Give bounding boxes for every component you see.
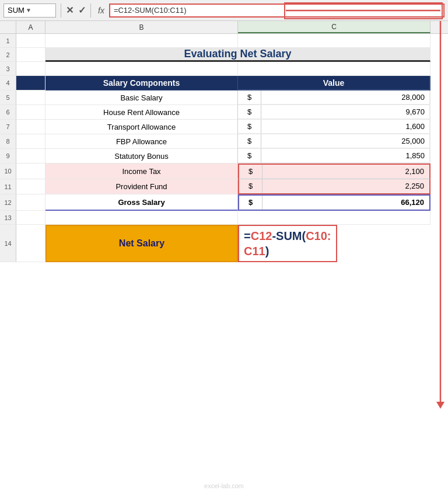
name-box-arrow-icon[interactable]: ▼: [26, 7, 32, 13]
cell-a1[interactable]: [16, 34, 46, 48]
net-salary-formula: =C12-SUM(C10:: [244, 228, 331, 243]
col-header-c: C: [238, 21, 430, 33]
net-salary-formula-line2: C11): [244, 243, 331, 259]
dollar-fbp: $: [238, 134, 261, 148]
row-num-6: 6: [0, 105, 16, 120]
amount-fbp: 25,000: [261, 134, 430, 148]
cell-a9[interactable]: [16, 149, 46, 163]
cancel-icon[interactable]: ✕: [66, 5, 74, 16]
header-components: Salary Components: [46, 76, 238, 91]
net-salary-label: Net Salary: [46, 225, 238, 262]
label-gross-salary[interactable]: Gross Salary: [46, 194, 238, 211]
cell-a7[interactable]: [16, 120, 46, 134]
header-value-cell: Value: [238, 76, 430, 91]
cell-a12[interactable]: [16, 194, 46, 211]
row-7: 7 Transport Allowance $ 1,600: [0, 120, 448, 134]
row-num-5: 5: [0, 91, 16, 105]
label-provident-fund[interactable]: Provident Fund: [46, 179, 238, 194]
formula-icons: ✕ ✓: [66, 5, 86, 16]
cell-b3[interactable]: [46, 62, 238, 76]
row-5: 5 Basic Salary $ 28,000: [0, 91, 448, 105]
svg-marker-3: [436, 402, 444, 409]
label-transport[interactable]: Transport Allowance: [46, 120, 238, 134]
dollar-income-tax: $: [239, 165, 262, 179]
value-provident-fund[interactable]: $ 2,250: [238, 179, 430, 194]
row-10: 10 Income Tax $ 2,100: [0, 163, 448, 179]
row-num-10: 10: [0, 163, 16, 179]
row-num-8: 8: [0, 134, 16, 149]
amount-gross: 66,120: [262, 196, 429, 210]
header-component-text: Salary Components: [103, 78, 180, 88]
label-statutory-bonus[interactable]: Statutory Bonus: [46, 149, 238, 163]
cell-a5[interactable]: [16, 91, 46, 105]
cell-a4[interactable]: [16, 76, 46, 91]
formula-bar: SUM ▼ ✕ ✓ fx =C12-SUM(C10:C11): [0, 0, 448, 21]
row-8: 8 FBP Allowance $ 25,000: [0, 134, 448, 149]
cell-a10[interactable]: [16, 163, 46, 179]
cell-b1[interactable]: [46, 34, 238, 48]
col-header-a: A: [16, 21, 46, 33]
spreadsheet: A B C 1 2 Evaluating Net Salary 3 4 Sala…: [0, 21, 448, 262]
row-num-14: 14: [0, 225, 16, 262]
confirm-icon[interactable]: ✓: [78, 5, 86, 16]
row-12: 12 Gross Salary $ 66,120: [0, 194, 448, 211]
cell-a2[interactable]: [16, 48, 46, 62]
row-6: 6 House Rent Allowance $ 9,670: [0, 105, 448, 120]
row-num-3: 3: [0, 62, 16, 76]
name-box[interactable]: SUM ▼: [4, 4, 56, 18]
net-salary-text: Net Salary: [119, 238, 164, 249]
dollar-gross: $: [239, 196, 262, 210]
watermark: excel-lab.com: [204, 482, 244, 489]
label-fbp[interactable]: FBP Allowance: [46, 134, 238, 149]
cell-a13[interactable]: [16, 211, 46, 225]
cell-c1[interactable]: [238, 34, 430, 48]
row-num-11: 11: [0, 179, 16, 194]
row-num-9: 9: [0, 149, 16, 163]
formula-c12: C12: [251, 229, 272, 242]
row-2: 2 Evaluating Net Salary: [0, 48, 448, 62]
formula-bar-divider: [61, 4, 61, 18]
label-basic-salary[interactable]: Basic Salary: [46, 91, 238, 105]
dollar-transport: $: [238, 120, 261, 134]
row-num-2: 2: [0, 48, 16, 62]
value-income-tax[interactable]: $ 2,100: [238, 163, 430, 179]
dollar-basic: $: [238, 91, 261, 105]
dollar-statutory: $: [238, 149, 261, 163]
cell-a11[interactable]: [16, 179, 46, 194]
formula-prefix: =: [244, 229, 251, 242]
label-house-rent[interactable]: House Rent Allowance: [46, 105, 238, 120]
row-11: 11 Provident Fund $ 2,250: [0, 179, 448, 194]
fx-label: fx: [98, 6, 104, 15]
cell-a8[interactable]: [16, 134, 46, 149]
cell-b13[interactable]: [46, 211, 238, 225]
name-box-value: SUM: [8, 6, 24, 15]
value-house-rent[interactable]: $ 9,670: [238, 105, 430, 120]
cell-a14[interactable]: [16, 225, 46, 262]
row-9: 9 Statutory Bonus $ 1,850: [0, 149, 448, 163]
cell-a6[interactable]: [16, 105, 46, 120]
row-4: 4 Salary Components Value: [0, 76, 448, 91]
value-gross-salary[interactable]: $ 66,120: [238, 194, 430, 211]
value-transport[interactable]: $ 1,600: [238, 120, 430, 134]
row-num-12: 12: [0, 194, 16, 211]
value-basic-salary[interactable]: $ 28,000: [238, 91, 430, 105]
row-1: 1: [0, 34, 448, 48]
col-header-b: B: [46, 21, 238, 33]
header-value-text: Value: [238, 76, 430, 90]
label-income-tax[interactable]: Income Tax: [46, 163, 238, 179]
cell-c3[interactable]: [238, 62, 430, 76]
column-headers: A B C: [0, 21, 448, 34]
row-num-1: 1: [0, 34, 16, 48]
amount-house: 9,670: [261, 105, 430, 119]
spreadsheet-title: Evaluating Net Salary: [184, 48, 291, 60]
net-salary-formula-cell[interactable]: =C12-SUM(C10: C11): [238, 225, 337, 262]
dollar-house: $: [238, 105, 261, 119]
value-fbp[interactable]: $ 25,000: [238, 134, 430, 149]
value-statutory-bonus[interactable]: $ 1,850: [238, 149, 430, 163]
amount-statutory: 1,850: [261, 149, 430, 163]
cell-a3[interactable]: [16, 62, 46, 76]
cell-c13[interactable]: [238, 211, 430, 225]
amount-basic: 28,000: [261, 91, 430, 105]
row-num-13: 13: [0, 211, 16, 225]
formula-input[interactable]: =C12-SUM(C10:C11): [109, 4, 444, 18]
